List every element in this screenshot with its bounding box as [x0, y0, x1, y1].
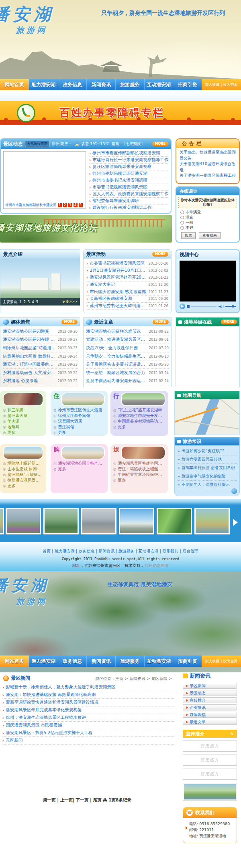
intro-page-5[interactable]: 5: [36, 300, 38, 304]
news-link[interactable]: 关于贯彻落实市委曹书记讲话精神: [86, 362, 147, 367]
news-link[interactable]: 乡村湿地颂丽色 人文潘安蕴风流: [3, 370, 56, 376]
card-photo[interactable]: [61, 446, 105, 459]
card-link[interactable]: 贾汪素火腿: [7, 413, 27, 419]
intro-more-link[interactable]: 更多>>>: [62, 299, 78, 304]
sidebar-item-scenic-news[interactable]: 景区新闻: [183, 683, 237, 689]
card-link[interactable]: 徐州潘安湖风景区将建全国最美乡: [7, 478, 43, 483]
footer-link[interactable]: 魅力潘安湖: [55, 549, 79, 553]
sidebar-item-dynamics[interactable]: 景区动态: [183, 690, 237, 696]
card-more-link[interactable]: 更多: [58, 466, 66, 472]
news-link[interactable]: 乡村湿地 心灵净地: [3, 378, 38, 384]
card-photo[interactable]: [121, 393, 165, 406]
dynamics-more-button[interactable]: MORE: [152, 142, 168, 146]
intro-page-2[interactable]: 2: [23, 300, 25, 304]
nav-item-home[interactable]: 网站首页: [0, 656, 29, 667]
zero-barrier-banner[interactable]: 百姓办事零障碍专栏: [0, 101, 241, 125]
news-link[interactable]: 彭城新十景，徐州俏佳人，魅力形象大使选手到潘安湖景区: [6, 684, 115, 690]
radio-button[interactable]: [180, 210, 184, 214]
footer-link[interactable]: 首页: [43, 549, 55, 553]
nav-item-gov[interactable]: 政务信息: [58, 79, 87, 90]
card-link[interactable]: 张三羊蹄: [7, 407, 23, 413]
progress-bar[interactable]: [191, 306, 216, 307]
card-link[interactable]: 贾汪宾馆: [58, 424, 74, 430]
footer-link[interactable]: 联系我们: [162, 549, 182, 553]
news-link[interactable]: 只争朝夕，全力加快精品生态景区: [86, 354, 147, 359]
card-link[interactable]: 羊肉汤: [7, 419, 19, 424]
video-player-screen[interactable]: [180, 261, 236, 301]
tip-link[interactable]: 旅游途中气候变化的危险: [182, 473, 226, 479]
nav-item-gov[interactable]: 政务信息: [58, 656, 87, 667]
stop-button-icon[interactable]: [187, 305, 190, 308]
news-link[interactable]: 国庆潘安湖风景区 市民很震撼: [6, 722, 62, 728]
intro-page-3[interactable]: 3: [28, 300, 30, 304]
nav-item-invest[interactable]: 招商引资: [173, 656, 202, 667]
recent-more-button[interactable]: MORE: [153, 320, 169, 324]
card-link[interactable]: 中国矿业大学环境保护协会对贾汪: [118, 472, 165, 478]
footer-link[interactable]: 互动潘安湖: [139, 549, 163, 553]
sidebar-item-recent[interactable]: 最近文章: [183, 719, 237, 725]
volume-slider[interactable]: [225, 306, 236, 307]
card-photo[interactable]: [121, 446, 165, 459]
next-arrow-icon[interactable]: [233, 519, 238, 526]
news-link[interactable]: 党建活动，推进潘安湖风景区建设: [86, 337, 147, 342]
weather-search-button[interactable]: 天气预报查询: [25, 141, 49, 147]
notice-link[interactable]: 关于潘安湖310国道环境综合改造: [180, 161, 236, 173]
forum-banner[interactable]: 潘安湖湿地旅游文化论坛: [0, 215, 172, 243]
activities-more-button[interactable]: MORE: [152, 252, 168, 257]
add-favorite-link[interactable]: 加入收藏: [205, 82, 220, 87]
news-link[interactable]: 吴新福区长调研潘安湖: [90, 296, 132, 301]
news-link[interactable]: 潘安湖：打造中国最美的乡村湿地: [3, 362, 56, 367]
view-results-button[interactable]: 查看结果: [199, 232, 221, 239]
card-link[interactable]: 山水生态城 休闲度假区: [7, 466, 43, 472]
spots-intro-photo[interactable]: 主要景点 1 2 3 4 5 更多>>>: [0, 259, 80, 306]
news-link[interactable]: 潘安湖风景区年底完成基本绿化景观构架: [6, 707, 82, 713]
slide-page-3[interactable]: 3: [68, 203, 72, 207]
nav-item-news[interactable]: 新闻资讯: [86, 79, 115, 90]
support-link[interactable]: 徐州亿网网络: [145, 563, 169, 568]
pagination[interactable]: 第一页 | 上一页| 下一页 | 尾页 共 1页8条记录: [0, 797, 174, 803]
news-link[interactable]: 潘安湖湿地公园开园在即 贾汪: [3, 337, 56, 342]
intro-page-4[interactable]: 4: [32, 300, 34, 304]
news-link[interactable]: 市委曹书记视察潘安湖风景区: [92, 184, 147, 190]
news-link[interactable]: 潘安湖：加快推进基础设施 再掀景观绿化新高潮: [6, 692, 96, 698]
news-link[interactable]: 市建行肖行长一行来潘安湖视察指导工作: [92, 157, 168, 163]
card-link[interactable]: 潘安湖风景区将建全国最美乡村生: [118, 461, 165, 466]
card-link[interactable]: 贾汪：塌陷板块上崛起生态、美丽: [118, 466, 165, 472]
footer-link[interactable]: 后台管理: [182, 549, 198, 553]
card-more-link[interactable]: 更多: [7, 483, 15, 489]
news-link[interactable]: 到徐州后花园品鉴“诗画潘安”: [3, 345, 56, 351]
card-more-link[interactable]: 更多: [7, 430, 15, 435]
news-link[interactable]: 市委曹书记视察潘安湖风景区: [90, 261, 145, 266]
nav-item-interact[interactable]: 互动潘安湖: [144, 656, 173, 667]
photo-thumbnail[interactable]: [119, 508, 154, 534]
footer-link[interactable]: 政务信息: [78, 549, 98, 553]
news-link[interactable]: 徐州市市委宣传部副部长视察潘安湖: [92, 150, 160, 156]
nav-item-invest[interactable]: 招商引资: [173, 79, 202, 90]
slideshow-caption[interactable]: 徐州市市委宣传部副部长来潘安湖: [5, 203, 57, 208]
tip-link[interactable]: 自驾车出行旅游 必备实用常识: [182, 465, 235, 471]
news-link[interactable]: 潘安湖风景区：投资5.2亿元重点实施十大工程: [6, 730, 92, 736]
no-image-placeholder[interactable]: 暂无图片: [183, 755, 237, 766]
tips-corner-icon[interactable]: [231, 488, 237, 494]
breadcrumb[interactable]: 您的位置：主页 > 新闻资讯 > 景区新闻 >: [95, 676, 172, 682]
radio-button[interactable]: [180, 221, 184, 225]
sidebar-item-enterprise[interactable]: 企业快讯: [183, 704, 237, 710]
nav-item-charm[interactable]: 魅力潘安湖: [29, 656, 58, 667]
news-link[interactable]: 省纪委领导来潘安湖调研: [92, 198, 139, 204]
nav-item-home[interactable]: 网站首页: [0, 79, 29, 90]
nav-item-charm[interactable]: 魅力潘安湖: [29, 79, 58, 90]
news-link[interactable]: 借最美的山水画卷 做最好的旅游: [3, 354, 56, 359]
photo-thumbnail[interactable]: [194, 508, 230, 534]
play-button-icon[interactable]: ▶: [180, 303, 185, 309]
tip-link[interactable]: 不要陌生人，单身旅行提示: [182, 482, 230, 488]
news-link[interactable]: 徐州：潘安湖生态湿地风景区工程稳步推进: [6, 715, 86, 720]
sidebar-item-promotion[interactable]: 宣传推介: [183, 697, 237, 703]
news-link[interactable]: 统一思想，凝聚区域发展的合力: [86, 370, 145, 376]
news-link[interactable]: 决战70天，全力以赴保开园: [86, 345, 138, 351]
card-link[interactable]: 塌陷地上崛起新商潮: [7, 461, 43, 466]
media-more-button[interactable]: MORE: [61, 320, 78, 324]
news-link[interactable]: 区人大代表、政协委员来潘安湖视察工作: [92, 191, 168, 197]
photo-thumbnail[interactable]: [157, 508, 192, 534]
news-link[interactable]: 潘安湖湿地公园征联选粹节选: [86, 329, 141, 334]
photo-thumbnail[interactable]: [81, 508, 116, 534]
